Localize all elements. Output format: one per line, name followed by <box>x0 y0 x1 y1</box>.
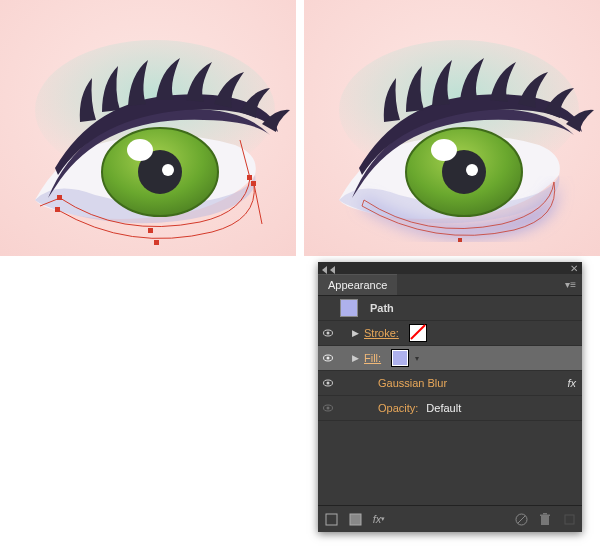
gaussian-blur-label[interactable]: Gaussian Blur <box>378 377 447 389</box>
fill-label[interactable]: Fill: <box>364 352 381 364</box>
stroke-swatch-none[interactable] <box>409 324 427 342</box>
stroke-label[interactable]: Stroke: <box>364 327 399 339</box>
row-path[interactable]: Path <box>318 296 582 321</box>
svg-point-29 <box>327 382 330 385</box>
svg-line-35 <box>517 515 525 523</box>
svg-rect-15 <box>251 181 256 186</box>
row-stroke[interactable]: ▶ Stroke: <box>318 321 582 346</box>
artwork-left <box>0 0 296 256</box>
svg-rect-11 <box>55 207 60 212</box>
panel-topbar: ✕ <box>318 262 582 274</box>
appearance-rows: Path ▶ Stroke: ▶ Fill: ▾ Gaussian <box>318 296 582 421</box>
row-gaussian-blur[interactable]: Gaussian Blur fx <box>318 371 582 396</box>
svg-rect-14 <box>247 175 252 180</box>
duplicate-icon[interactable] <box>348 512 362 526</box>
svg-point-31 <box>327 407 330 410</box>
disclose-fill[interactable]: ▶ <box>350 353 360 363</box>
new-art-icon[interactable] <box>324 512 338 526</box>
collapse-icon-2[interactable] <box>330 266 335 274</box>
opacity-label[interactable]: Opacity: <box>378 402 418 414</box>
svg-rect-13 <box>154 240 159 245</box>
panel-empty-area <box>318 421 582 506</box>
visibility-toggle-gblur[interactable] <box>322 377 334 389</box>
disclose-stroke[interactable]: ▶ <box>350 328 360 338</box>
svg-point-25 <box>327 332 330 335</box>
svg-rect-36 <box>541 516 549 525</box>
row-opacity[interactable]: Opacity: Default <box>318 396 582 421</box>
svg-rect-23 <box>458 238 462 242</box>
svg-rect-38 <box>543 513 547 515</box>
fill-swatch[interactable] <box>391 349 409 367</box>
clear-icon[interactable] <box>514 512 528 526</box>
fx-badge: fx <box>567 377 576 389</box>
trash-icon[interactable] <box>538 512 552 526</box>
path-thumbnail <box>340 299 358 317</box>
svg-point-27 <box>327 357 330 360</box>
svg-point-21 <box>431 139 457 161</box>
disabled-action-icon <box>562 512 576 526</box>
svg-rect-37 <box>540 514 550 516</box>
svg-rect-12 <box>148 228 153 233</box>
svg-rect-10 <box>57 195 62 200</box>
panel-menu-icon[interactable]: ▾≡ <box>559 279 582 290</box>
spacer-icon <box>322 302 334 314</box>
panel-tab-appearance[interactable]: Appearance <box>318 274 397 295</box>
svg-rect-32 <box>326 514 337 525</box>
item-type-label: Path <box>370 302 394 314</box>
artwork-right <box>304 0 600 256</box>
fill-swatch-dropdown[interactable]: ▾ <box>415 354 419 363</box>
fx-menu-icon[interactable]: fx▾ <box>372 512 386 526</box>
svg-point-6 <box>162 164 174 176</box>
svg-point-5 <box>127 139 153 161</box>
appearance-panel: ✕ Appearance ▾≡ Path ▶ Stroke: ▶ Fill: <box>318 262 582 532</box>
visibility-toggle-fill[interactable] <box>322 352 334 364</box>
opacity-value: Default <box>426 402 461 414</box>
collapse-icon[interactable] <box>322 266 327 274</box>
svg-point-22 <box>466 164 478 176</box>
visibility-toggle-stroke[interactable] <box>322 327 334 339</box>
panel-footer: fx▾ <box>318 506 582 532</box>
svg-rect-33 <box>350 514 361 525</box>
close-icon[interactable]: ✕ <box>570 263 578 274</box>
row-fill[interactable]: ▶ Fill: ▾ <box>318 346 582 371</box>
visibility-toggle-opacity[interactable] <box>322 402 334 414</box>
svg-rect-39 <box>565 515 574 524</box>
panel-header: Appearance ▾≡ <box>318 274 582 296</box>
